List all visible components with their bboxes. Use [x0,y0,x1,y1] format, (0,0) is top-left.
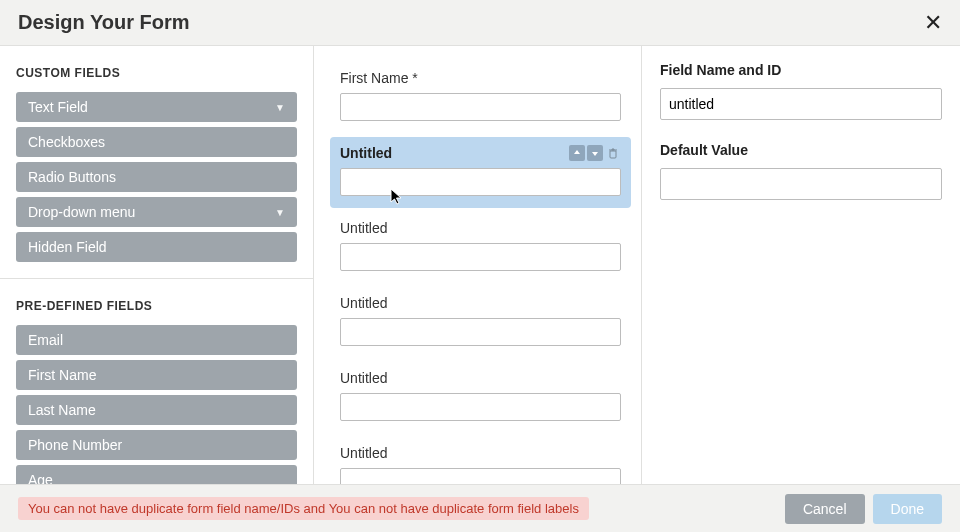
field-label: Radio Buttons [28,169,116,185]
chevron-down-icon: ▼ [275,102,285,113]
form-field-untitled[interactable]: Untitled [330,362,631,433]
field-action-toolbar [569,145,621,161]
field-label: Email [28,332,63,348]
form-field-input[interactable] [340,93,621,121]
form-field-untitled[interactable]: Untitled [330,212,631,283]
chevron-down-icon: ▼ [275,207,285,218]
dialog-header: Design Your Form ✕ [0,0,960,46]
form-field-first-name[interactable]: First Name * [330,62,631,133]
form-canvas[interactable]: First Name * Untitled Untit [314,46,642,484]
field-label: Text Field [28,99,88,115]
field-label: Hidden Field [28,239,107,255]
predefined-field-age[interactable]: Age [16,465,297,484]
custom-field-dropdown-menu[interactable]: Drop-down menu ▼ [16,197,297,227]
predefined-field-email[interactable]: Email [16,325,297,355]
delete-field-button[interactable] [605,145,621,161]
dialog-footer: You can not have duplicate form field na… [0,484,960,532]
form-field-untitled-selected[interactable]: Untitled [330,137,631,208]
custom-field-text-field[interactable]: Text Field ▼ [16,92,297,122]
default-value-label: Default Value [660,142,942,158]
field-name-id-label: Field Name and ID [660,62,942,78]
form-field-input[interactable] [340,318,621,346]
move-up-button[interactable] [569,145,585,161]
field-label: First Name [28,367,96,383]
field-label: Phone Number [28,437,122,453]
custom-fields-heading: CUSTOM FIELDS [16,66,297,80]
form-field-label: Untitled [340,295,621,311]
form-field-input[interactable] [340,393,621,421]
form-field-input[interactable] [340,168,621,196]
field-name-id-input[interactable] [660,88,942,120]
close-icon: ✕ [924,10,942,35]
done-button[interactable]: Done [873,494,942,524]
predefined-field-last-name[interactable]: Last Name [16,395,297,425]
form-field-input[interactable] [340,468,621,484]
form-field-label: Untitled [340,220,621,236]
form-field-untitled[interactable]: Untitled [330,437,631,484]
form-field-untitled[interactable]: Untitled [330,287,631,358]
custom-field-radio-buttons[interactable]: Radio Buttons [16,162,297,192]
form-field-label: Untitled [340,445,621,461]
section-divider [0,278,313,279]
error-message: You can not have duplicate form field na… [18,497,589,520]
page-title: Design Your Form [18,11,190,34]
footer-buttons: Cancel Done [785,494,942,524]
custom-field-hidden-field[interactable]: Hidden Field [16,232,297,262]
field-label: Last Name [28,402,96,418]
form-field-label: Untitled [340,370,621,386]
predefined-fields-heading: PRE-DEFINED FIELDS [16,299,297,313]
field-label: Age [28,472,53,484]
sidebar-left: CUSTOM FIELDS Text Field ▼ Checkboxes Ra… [0,46,314,484]
custom-field-checkboxes[interactable]: Checkboxes [16,127,297,157]
default-value-input[interactable] [660,168,942,200]
trash-icon [607,147,619,159]
field-label: Checkboxes [28,134,105,150]
main-content: CUSTOM FIELDS Text Field ▼ Checkboxes Ra… [0,46,960,484]
predefined-field-first-name[interactable]: First Name [16,360,297,390]
close-button[interactable]: ✕ [924,12,942,34]
form-field-input[interactable] [340,243,621,271]
cancel-button[interactable]: Cancel [785,494,865,524]
arrow-up-icon [572,148,582,158]
sidebar-right: Field Name and ID Default Value [642,46,960,484]
form-field-label: First Name * [340,70,621,86]
move-down-button[interactable] [587,145,603,161]
field-label: Drop-down menu [28,204,135,220]
predefined-field-phone-number[interactable]: Phone Number [16,430,297,460]
arrow-down-icon [590,148,600,158]
